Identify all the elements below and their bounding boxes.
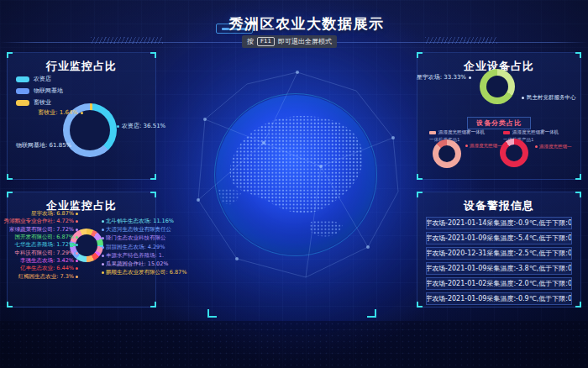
industry-legend: 农资店 物联网基地 畜牧业: [16, 75, 63, 107]
ent-label: 瓜果蔬园合作社: 15.02%: [102, 260, 162, 268]
panel-device-alarms: 设备警报信息 星宇农场-2021-01-14采集温度:-0.9℃,低于下限:0℃…: [417, 192, 581, 308]
class-right-donut-chart[interactable]: [500, 139, 528, 167]
page-title: 秀洲区农业大数据展示: [0, 14, 588, 34]
ent-label: 七华生态养殖场: 1.72%: [15, 241, 78, 249]
alarm-row: 星宇农场-2021-01-09采集温度:-0.9℃,低于下限:0℃: [426, 292, 572, 305]
alarm-row: 星宇农场-2020-12-31采集温度:-2.5℃,低于下限:0℃: [426, 247, 572, 260]
ent-label: 隆门生态农业科技有限公: [102, 234, 162, 243]
legend-item-wulianwang[interactable]: 物联网基地: [16, 87, 63, 95]
ent-label: 秀湖鹅业专业合作社: 4.72%: [4, 218, 78, 225]
alarm-row: 星宇农场-2021-01-02采集温度:-2.0℃,低于下限:0℃: [426, 277, 572, 290]
ent-label: 李强生态农场: 3.42%: [20, 257, 78, 265]
ent-label: 星宇农场: 6.87%: [31, 210, 78, 218]
legend-item[interactable]: 温湿度光照烟雾一体机: [429, 129, 485, 135]
fullscreen-hint: 按 F11 即可退出全屏模式: [242, 35, 337, 48]
ent-label: 北斗鹌牛生态农场: 11.16%: [102, 217, 162, 225]
legend-item-xumuye[interactable]: 畜牧业: [16, 98, 63, 107]
ent-label: 中科沃有限公司: 7.29%: [15, 249, 78, 256]
panel-industry-ratio: 行业监控占比 农资店 物联网基地 畜牧业 畜牧业: 1.64% 农资店: 36.…: [7, 52, 156, 180]
legend-swatch: [16, 88, 29, 94]
panel-title: 设备警报信息: [417, 198, 580, 213]
class-right-side-label: 温湿度光照烟—: [535, 144, 572, 150]
ent-label: 亿丰生态农业: 6.44%: [20, 265, 78, 272]
alarm-row: 星宇农场-2021-01-14采集温度:-0.9℃,低于下限:0℃: [426, 217, 572, 229]
panel-device-ratio: 企业设备占比 星宇农场: 33.33% 民主村党群服务中心 设备分类占比 温湿度…: [417, 52, 581, 180]
bottom-dot-band: [0, 321, 588, 368]
f11-keycap: F11: [257, 37, 275, 46]
class-left-legend: 温湿度光照烟雾一体机 一体机类产品1: [429, 129, 485, 143]
ent-label: 甜甜园生态农场: 4.29%: [102, 243, 162, 251]
class-left-donut-chart[interactable]: [433, 139, 461, 168]
center-corner-bracket-left: [207, 309, 217, 318]
globe-visualization: [216, 95, 375, 255]
legend-item[interactable]: 温湿度光照烟雾一体机: [503, 129, 559, 135]
ent-label: 红梅园生态农业: 7.3%: [18, 272, 78, 280]
legend-swatch: [16, 100, 29, 106]
dashboard-root: 秀洲区农业大数据展示 按 F11 即可退出全屏模式: [0, 0, 588, 368]
header-hatch-left: [91, 37, 163, 44]
class-left-side-label: 温湿度光照烟—: [465, 143, 502, 149]
enterprise-labels-left: 星宇农场: 6.87% 秀湖鹅业专业合作社: 4.72% 家绿蔬菜有限公司: 7…: [9, 210, 78, 281]
ent-label: 大运河生态牧业有限责任公: [102, 225, 162, 234]
center-corner-bracket-right: [367, 309, 376, 318]
hint-suffix: 即可退出全屏模式: [278, 37, 332, 46]
ent-label: 丰源水产特色养殖场: 1.: [102, 251, 162, 260]
legend-item-nongzidian[interactable]: 农资店: [16, 75, 63, 83]
callout-wulianwang: 物联网基地: 61.85%: [16, 141, 76, 150]
header-hatch-right: [425, 37, 497, 44]
hint-prefix: 按: [247, 37, 254, 46]
alarm-list: 星宇农场-2021-01-14采集温度:-0.9℃,低于下限:0℃ 星宇农场-2…: [417, 214, 580, 305]
globe-mesh-and-continents: [186, 66, 405, 284]
device-class-title: 设备分类占比: [467, 117, 531, 129]
panel-title: 行业监控占比: [8, 59, 155, 74]
enterprise-labels-right: 北斗鹌牛生态农场: 11.16% 大运河生态牧业有限责任公 隆门生态农业科技有限…: [102, 217, 162, 277]
ent-label: 鹏顺生态农业发有限公司: 6.87%: [102, 269, 162, 277]
alarm-row: 星宇农场-2021-01-09采集温度:-5.4℃,低于下限:0℃: [426, 232, 572, 244]
alarm-row: 星宇农场-2021-01-09采集温度:-3.8℃,低于下限:0℃: [426, 262, 572, 275]
callout-minzhu-village: 民主村党群服务中心: [522, 94, 576, 102]
panel-enterprise-ratio: 企业监控占比 星宇农场: 6.87% 秀湖鹅业专业合作社: 4.72% 家绿蔬菜…: [7, 192, 156, 308]
ent-label: 家绿蔬菜有限公司: 7.72%: [9, 226, 78, 234]
legend-swatch: [16, 76, 29, 82]
ent-label: 国开发有限公司: 6.87%: [15, 234, 78, 241]
callout-nongzidian: 农资店: 36.51%: [117, 122, 165, 130]
device-donut-chart[interactable]: [480, 69, 515, 104]
callout-xumuye: 畜牧业: 1.64%: [19, 108, 83, 117]
callout-xingyu-farm: 星宇农场: 33.33%: [423, 73, 471, 81]
